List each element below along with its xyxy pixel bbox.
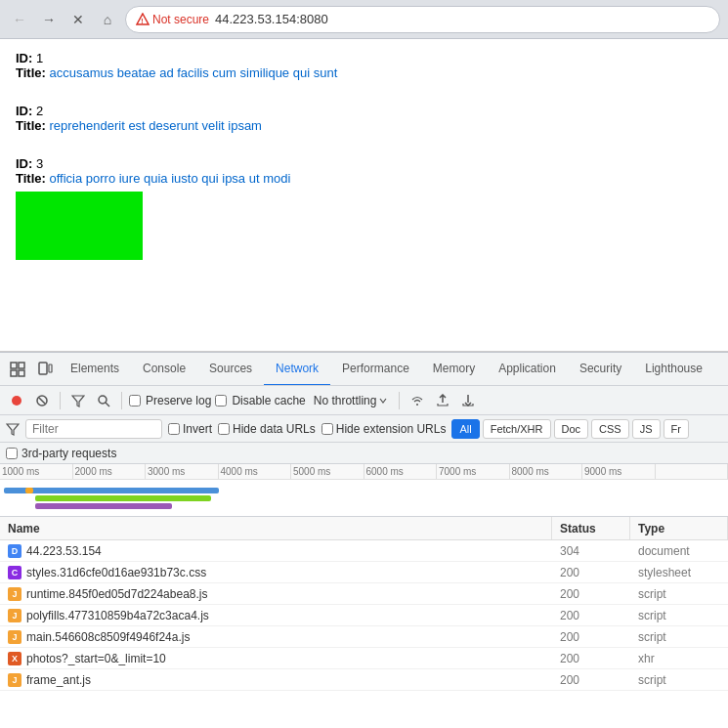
throttle-dropdown[interactable]: No throttling bbox=[310, 392, 393, 409]
wifi-icon bbox=[409, 394, 425, 407]
svg-rect-1 bbox=[11, 363, 17, 368]
disable-cache-checkbox[interactable] bbox=[215, 395, 227, 407]
table-row[interactable]: J frame_ant.js 200 script bbox=[0, 669, 728, 691]
js-icon: J bbox=[8, 630, 21, 644]
tab-elements[interactable]: Elements bbox=[59, 353, 131, 386]
table-row[interactable]: J main.546608c8509f4946f24a.js 200 scrip… bbox=[0, 626, 728, 648]
third-party-label[interactable]: 3rd-party requests bbox=[6, 447, 116, 460]
svg-rect-5 bbox=[39, 363, 47, 374]
throttle-dropdown-arrow bbox=[378, 396, 388, 406]
td-name-5: X photos?_start=0&_limit=10 bbox=[0, 648, 552, 668]
doc-icon: D bbox=[8, 544, 21, 558]
table-row[interactable]: D 44.223.53.154 304 document bbox=[0, 540, 728, 562]
item-2-title: Title: reprehenderit est deserunt velit … bbox=[16, 118, 712, 133]
filter-icon bbox=[71, 394, 85, 407]
td-name-1: C styles.31d6cfe0d16ae931b73c.css bbox=[0, 562, 552, 582]
page-item-2: ID: 2 Title: reprehenderit est deserunt … bbox=[16, 104, 712, 133]
devtools-device-button[interactable] bbox=[31, 356, 59, 383]
upload-icon-btn[interactable] bbox=[432, 390, 453, 411]
preserve-log-label[interactable]: Preserve log bbox=[129, 394, 211, 407]
item-2-id: ID: 2 bbox=[16, 104, 712, 118]
table-header: Name Status Type bbox=[0, 517, 728, 540]
td-status-3: 200 bbox=[552, 605, 630, 625]
hide-extension-urls-label[interactable]: Hide extension URLs bbox=[321, 422, 447, 436]
tab-sources[interactable]: Sources bbox=[197, 353, 264, 386]
warning-icon: ! bbox=[136, 13, 150, 26]
td-name-3: J polyfills.477310859b4a72c3aca4.js bbox=[0, 605, 552, 625]
third-party-checkbox[interactable] bbox=[6, 448, 18, 459]
td-status-5: 200 bbox=[552, 648, 630, 668]
toolbar-separator-1 bbox=[60, 392, 61, 409]
download-icon bbox=[461, 394, 475, 407]
clear-button[interactable] bbox=[31, 390, 53, 411]
tab-security[interactable]: Security bbox=[568, 353, 633, 386]
record-button[interactable] bbox=[6, 390, 27, 411]
tab-memory[interactable]: Memory bbox=[421, 353, 487, 386]
td-name-4: J main.546608c8509f4946f24a.js bbox=[0, 626, 552, 647]
url-display: 44.223.53.154:8080 bbox=[215, 12, 328, 26]
item-1-title: Title: accusamus beatae ad facilis cum s… bbox=[16, 65, 712, 80]
js-icon: J bbox=[8, 587, 21, 601]
browser-chrome: ← → ✕ ⌂ ! Not secure 44.223.53.154:8080 bbox=[0, 0, 728, 39]
svg-point-10 bbox=[99, 396, 107, 404]
js-icon: J bbox=[8, 673, 21, 687]
td-type-5: xhr bbox=[630, 648, 728, 668]
inspect-icon bbox=[10, 362, 25, 377]
table-row[interactable]: C styles.31d6cfe0d16ae931b73c.css 200 st… bbox=[0, 562, 728, 583]
td-name-2: J runtime.845f0ed05d7d224abea8.js bbox=[0, 583, 552, 604]
reload-button[interactable]: ✕ bbox=[66, 8, 90, 31]
filter-css[interactable]: CSS bbox=[591, 419, 629, 439]
tab-network[interactable]: Network bbox=[264, 353, 330, 386]
tab-performance[interactable]: Performance bbox=[330, 353, 421, 386]
filter-fr[interactable]: Fr bbox=[664, 419, 689, 439]
tab-lighthouse[interactable]: Lighthouse bbox=[633, 353, 714, 386]
preserve-log-checkbox[interactable] bbox=[129, 395, 141, 407]
svg-rect-6 bbox=[49, 364, 52, 372]
filter-fetch-xhr[interactable]: Fetch/XHR bbox=[483, 419, 551, 439]
type-filter-group: All Fetch/XHR Doc CSS JS Fr bbox=[451, 419, 688, 439]
forward-button[interactable]: → bbox=[37, 8, 61, 31]
green-box bbox=[16, 192, 143, 260]
download-icon-btn[interactable] bbox=[457, 390, 479, 411]
hide-data-urls-label[interactable]: Hide data URLs bbox=[218, 422, 316, 436]
filter-button[interactable] bbox=[67, 390, 89, 411]
invert-label[interactable]: Invert bbox=[168, 422, 212, 436]
filter-js[interactable]: JS bbox=[632, 419, 661, 439]
td-status-2: 200 bbox=[552, 583, 630, 604]
not-secure-text: Not secure bbox=[152, 13, 209, 26]
table-row[interactable]: J polyfills.477310859b4a72c3aca4.js 200 … bbox=[0, 605, 728, 626]
table-row[interactable]: X photos?_start=0&_limit=10 200 xhr bbox=[0, 648, 728, 669]
td-status-4: 200 bbox=[552, 626, 630, 647]
td-type-0: document bbox=[630, 540, 728, 561]
home-button[interactable]: ⌂ bbox=[96, 8, 119, 31]
hide-extension-urls-checkbox[interactable] bbox=[321, 423, 333, 435]
filter-all[interactable]: All bbox=[451, 419, 479, 439]
timeline-ruler: 1000 ms 2000 ms 3000 ms 4000 ms 5000 ms … bbox=[0, 464, 728, 480]
disable-cache-label[interactable]: Disable cache bbox=[215, 394, 305, 407]
item-3-id: ID: 3 bbox=[16, 156, 712, 171]
filter-input[interactable] bbox=[25, 419, 162, 439]
page-item-1: ID: 1 Title: accusamus beatae ad facilis… bbox=[16, 51, 712, 80]
devtools-panel: Elements Console Sources Network Perform… bbox=[0, 352, 728, 728]
network-toolbar: Preserve log Disable cache No throttling bbox=[0, 386, 728, 415]
address-bar[interactable]: ! Not secure 44.223.53.154:8080 bbox=[125, 6, 720, 33]
hide-data-urls-checkbox[interactable] bbox=[218, 423, 230, 435]
tab-console[interactable]: Console bbox=[131, 353, 197, 386]
timeline-bar-marker bbox=[25, 488, 33, 493]
tab-application[interactable]: Application bbox=[487, 353, 568, 386]
th-status: Status bbox=[552, 517, 630, 539]
table-row[interactable]: J runtime.845f0ed05d7d224abea8.js 200 sc… bbox=[0, 583, 728, 605]
search-button[interactable] bbox=[93, 390, 114, 411]
timeline-bar-2 bbox=[35, 495, 211, 501]
wifi-icon-btn[interactable] bbox=[407, 390, 428, 411]
filter-doc[interactable]: Doc bbox=[554, 419, 589, 439]
td-type-3: script bbox=[630, 605, 728, 625]
third-party-row: 3rd-party requests bbox=[0, 443, 728, 464]
not-secure-indicator: ! Not secure bbox=[136, 13, 209, 26]
upload-icon bbox=[436, 394, 450, 407]
td-type-1: stylesheet bbox=[630, 562, 728, 582]
invert-checkbox[interactable] bbox=[168, 423, 180, 435]
back-button[interactable]: ← bbox=[8, 8, 31, 31]
clear-icon bbox=[35, 394, 49, 407]
devtools-inspect-button[interactable] bbox=[4, 356, 31, 383]
